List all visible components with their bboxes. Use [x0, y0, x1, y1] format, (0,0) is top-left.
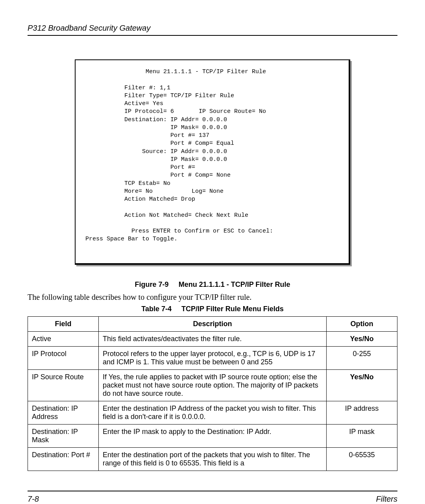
dest-mask: IP Mask= 0.0.0.0 [170, 124, 227, 131]
page-header: P312 Broadband Security Gateway [28, 24, 397, 36]
ip-source-route: IP Source Route= No [199, 108, 266, 115]
filter-num: Filter #: 1,1 [124, 85, 170, 91]
figure-caption: Figure 7-9 Menu 21.1.1.1 - TCP/IP Filter… [28, 281, 397, 289]
description-cell: Enter the destination port of the packet… [99, 447, 327, 471]
menu-title: Menu 21.1.1.1 - TCP/IP Filter Rule [146, 68, 266, 75]
description-cell: This field activates/deactivates the fil… [99, 331, 327, 346]
field-cell: IP Source Route [28, 369, 99, 401]
table-row: IP Source RouteIf Yes, the rule applies … [28, 369, 397, 401]
option-cell: IP mask [327, 424, 397, 447]
description-cell: Enter the IP mask to apply to the Destin… [99, 424, 327, 447]
field-cell: Destination: IP Address [28, 401, 99, 424]
src-port: Port #= [170, 164, 195, 171]
src-ip: Source: IP Addr= 0.0.0.0 [142, 148, 227, 155]
action-matched: Action Matched= Drop [124, 196, 195, 203]
figure-title: Menu 21.1.1.1 - TCP/IP Filter Rule [179, 281, 290, 288]
field-cell: Destination: IP Mask [28, 424, 99, 447]
option-cell: Yes/No [327, 331, 397, 346]
figure-label: Figure 7-9 [135, 281, 169, 288]
dest-port-comp: Port # Comp= Equal [170, 140, 234, 147]
description-cell: If Yes, the rule applies to packet with … [99, 369, 327, 401]
option-cell: IP address [327, 401, 397, 424]
option-cell: 0-255 [327, 346, 397, 369]
active: Active= Yes [124, 100, 163, 107]
col-field: Field [28, 316, 99, 331]
col-option: Option [327, 316, 397, 331]
log: Log= None [192, 188, 224, 195]
confirm-prompt: Press ENTER to Confirm or ESC to Cancel: [131, 228, 273, 234]
terminal-screen: Menu 21.1.1.1 - TCP/IP Filter Rule Filte… [75, 59, 350, 265]
filter-fields-table: Field Description Option ActiveThis fiel… [28, 316, 397, 471]
table-header-row: Field Description Option [28, 316, 397, 331]
table-row: Destination: IP MaskEnter the IP mask to… [28, 424, 397, 447]
description-cell: Enter the destination IP Address of the … [99, 401, 327, 424]
description-cell: Protocol refers to the upper layer proto… [99, 346, 327, 369]
col-description: Description [99, 316, 327, 331]
table-row: Destination: Port #Enter the destination… [28, 447, 397, 471]
page-footer: 7-8 Filters [28, 491, 397, 504]
dest-ip: Destination: IP Addr= 0.0.0.0 [124, 116, 227, 123]
field-cell: Destination: Port # [28, 447, 99, 471]
section-name: Filters [376, 495, 397, 504]
src-mask: IP Mask= 0.0.0.0 [170, 156, 227, 163]
page-number: 7-8 [28, 495, 39, 504]
table-row: IP ProtocolProtocol refers to the upper … [28, 346, 397, 369]
body-paragraph: The following table describes how to con… [28, 293, 397, 302]
field-cell: IP Protocol [28, 346, 99, 369]
action-not-matched: Action Not Matched= Check Next Rule [124, 212, 248, 219]
option-cell: Yes/No [327, 369, 397, 401]
table-caption: Table 7-4 TCP/IP Filter Rule Menu Fields [28, 305, 397, 313]
filter-type: Filter Type= TCP/IP Filter Rule [124, 92, 234, 99]
table-row: Destination: IP AddressEnter the destina… [28, 401, 397, 424]
toggle-prompt: Press Space Bar to Toggle. [85, 236, 177, 242]
option-cell: 0-65535 [327, 447, 397, 471]
src-port-comp: Port # Comp= None [170, 172, 231, 179]
table-row: ActiveThis field activates/deactivates t… [28, 331, 397, 346]
more: More= No [124, 188, 153, 195]
field-cell: Active [28, 331, 99, 346]
table-title: TCP/IP Filter Rule Menu Fields [181, 305, 284, 313]
ip-protocol: IP Protocol= 6 [124, 108, 174, 115]
table-label: Table 7-4 [141, 305, 172, 313]
dest-port: Port #= 137 [170, 132, 209, 139]
tcp-estab: TCP Estab= No [124, 180, 170, 187]
